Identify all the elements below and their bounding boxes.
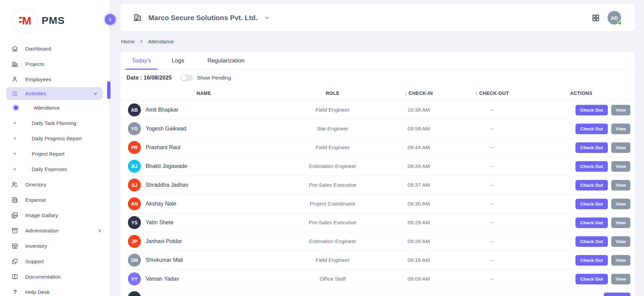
bullet-dot-icon <box>14 153 16 155</box>
sidebar-item-support[interactable]: Support <box>0 254 109 269</box>
view-button[interactable]: View <box>611 105 630 115</box>
check-in-time: 09:44 AM <box>385 144 452 151</box>
tab-bar: Today's Logs Regularization <box>120 52 635 70</box>
company-selector[interactable]: Marco Secure Solutions Pvt. Ltd. <box>133 13 270 23</box>
sidebar-item-projects[interactable]: Projects <box>0 56 109 72</box>
list-icon <box>11 90 18 97</box>
sort-down-arrow-icon: ↓ <box>405 90 407 96</box>
sidebar-item-label: Directory <box>25 182 102 188</box>
sidebar-subitem-attendance[interactable]: Attendance <box>0 100 109 115</box>
sidebar-item-documentation[interactable]: Documentation <box>0 269 109 284</box>
users-icon <box>11 181 18 188</box>
check-out-button[interactable]: Check Out <box>575 236 608 247</box>
view-button[interactable]: View <box>611 199 630 209</box>
tab-logs[interactable]: Logs <box>168 52 188 69</box>
sidebar-item-label: Administration <box>25 228 90 234</box>
view-button[interactable]: View <box>611 255 630 266</box>
sidebar-item-label: Help Desk <box>25 289 102 295</box>
sidebar-item-label: Employees <box>25 76 102 83</box>
check-out-button[interactable]: Check Out <box>575 105 608 115</box>
sidebar-item-label: Documentation <box>25 274 102 280</box>
sidebar-item-image-gallary[interactable]: Image Gallary <box>0 208 109 223</box>
app-logo: M PMS <box>0 0 109 39</box>
sidebar-collapse-button[interactable] <box>105 14 116 25</box>
sidebar-item-administration[interactable]: Administration <box>0 223 109 238</box>
check-out-button[interactable]: Check Out <box>575 255 608 266</box>
company-logo-icon: M <box>12 8 37 33</box>
view-button[interactable]: View <box>611 236 630 247</box>
sidebar-subitem-daily-expenses[interactable]: Daily Expenses <box>0 161 109 177</box>
check-out-button[interactable]: Check Out <box>575 161 608 172</box>
check-out-button[interactable]: Check Out <box>575 180 608 191</box>
employee-name: Yatin Shete <box>146 220 174 226</box>
view-button[interactable]: View <box>611 142 630 153</box>
show-pending-toggle[interactable] <box>180 74 193 81</box>
view-button[interactable]: View <box>611 161 630 172</box>
sidebar-item-label: Projects <box>25 61 102 67</box>
table-row: SJ Shraddha Jadhav Pre-Sales Executive 0… <box>120 176 635 195</box>
check-out-button[interactable]: Check Out <box>575 217 608 228</box>
view-button[interactable]: View <box>611 180 630 191</box>
check-out-button[interactable]: Check Out <box>575 142 608 153</box>
tab-todays[interactable]: Today's <box>128 52 155 69</box>
sidebar-item-activities[interactable]: Activities <box>6 87 103 100</box>
copy-icon <box>11 258 18 265</box>
view-button[interactable]: View <box>611 274 630 284</box>
check-in-time: 09:29 AM <box>385 220 452 226</box>
sidebar-item-label: Image Gallary <box>25 212 102 219</box>
view-button[interactable]: View <box>611 124 630 134</box>
view-button[interactable]: View <box>611 217 630 228</box>
employee-name: Shivkumar Mali <box>146 257 183 263</box>
check-out-button[interactable]: Check Out <box>575 274 608 284</box>
check-in-time: 10:38 AM <box>385 107 452 113</box>
sidebar-subitem-daily-progress-report[interactable]: Daily Progress Report <box>0 131 109 146</box>
table-row: AN Akshay Nale Project Coordinator 09:30… <box>120 195 635 213</box>
sidebar-subitem-project-report[interactable]: Project Report <box>0 146 109 161</box>
sidebar-item-expense[interactable]: Expense <box>0 192 109 208</box>
sidebar-subitem-daily-task-planning[interactable]: Daily Task Planning <box>0 115 109 131</box>
bullet-dot-icon <box>14 137 16 140</box>
sidebar-item-directory[interactable]: Directory <box>0 177 109 192</box>
sidebar-item-label: Inventory <box>25 243 102 249</box>
user-avatar[interactable]: AD <box>608 11 621 25</box>
check-out-time: -- <box>452 126 532 132</box>
employee-name: Prashant Raut <box>146 144 180 151</box>
check-out-button[interactable] <box>604 293 630 296</box>
column-header-actions: ACTIONS <box>532 90 630 96</box>
sidebar-item-dashboard[interactable]: Dashboard <box>0 41 109 56</box>
apps-grid-icon[interactable] <box>591 14 600 22</box>
sidebar-item-label: Expense <box>25 197 102 203</box>
building-icon <box>133 13 142 23</box>
sidebar-item-inventory[interactable]: Inventory <box>0 238 109 254</box>
help-icon: ? <box>11 288 18 296</box>
filter-row: Date : 16/08/2025 Show Pending <box>120 70 635 86</box>
column-header-name: NAME <box>128 90 280 96</box>
column-header-check-in[interactable]: ↓ CHECK-IN <box>385 90 452 96</box>
date-label: Date : 16/08/2025 <box>127 75 172 81</box>
employee-role: Estimation Engineer <box>280 163 385 169</box>
sidebar-subitem-label: Daily Expenses <box>32 166 67 172</box>
sidebar-item-help-desk[interactable]: ?Help Desk <box>0 284 109 296</box>
employee-avatar: PR <box>128 141 141 154</box>
sidebar-item-employees[interactable]: Employees <box>0 72 109 87</box>
employee-avatar: VY <box>128 272 141 285</box>
check-out-time: -- <box>452 163 532 169</box>
employee-role: Estimation Engineer <box>280 238 385 244</box>
chevron-down-icon <box>93 91 98 96</box>
check-out-button[interactable]: Check Out <box>575 124 608 134</box>
breadcrumb-home[interactable]: Home <box>121 39 135 44</box>
employee-avatar: BJ <box>128 160 141 173</box>
tab-regularization[interactable]: Regularization <box>204 52 248 69</box>
table-row: PR Prashant Raut Field Engineer 09:44 AM… <box>120 138 635 157</box>
employee-role: Field Engineer <box>280 257 385 263</box>
sidebar-item-label: Dashboard <box>25 46 102 52</box>
employee-avatar: JP <box>128 235 141 248</box>
check-out-button[interactable]: Check Out <box>575 199 608 209</box>
show-pending-label: Show Pending <box>197 75 231 81</box>
employee-avatar: AN <box>128 197 141 210</box>
sidebar-subitem-label: Daily Progress Report <box>32 136 82 141</box>
check-in-time: 09:28 AM <box>385 238 452 244</box>
table-row: SM Shivkumar Mali Field Engineer 09:16 A… <box>120 251 635 270</box>
table-row: BJ Bhakti Jogawade Estimation Engineer 0… <box>120 157 635 176</box>
column-header-check-out[interactable]: ↑ CHECK-OUT <box>452 90 532 96</box>
